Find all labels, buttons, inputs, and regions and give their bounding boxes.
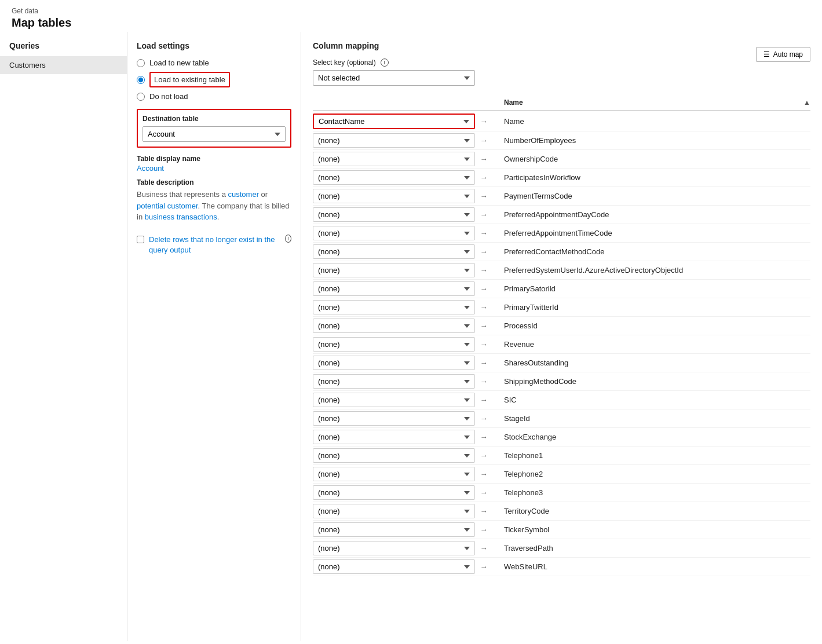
delete-rows-checkbox[interactable] — [137, 236, 144, 243]
mapping-col-arrow: → — [475, 136, 492, 145]
table-row: (none) → WebSiteURL — [313, 558, 810, 576]
auto-map-icon: ☰ — [763, 50, 770, 58]
mapping-col-source: (none) — [313, 504, 475, 518]
mapping-col-source: (none) — [313, 467, 475, 481]
mapping-col-target: StageId — [492, 414, 810, 423]
radio-load-new-input[interactable] — [137, 59, 145, 67]
table-row: (none) → PrimarySatorild — [313, 280, 810, 298]
table-row: (none) → PreferredAppointmentDayCode — [313, 206, 810, 224]
mapping-col-source: (none) — [313, 374, 475, 389]
mapping-col-source: (none) — [313, 411, 475, 426]
select-key-dropdown[interactable]: Not selected — [313, 70, 475, 86]
page-title: Map tables — [12, 16, 810, 30]
mapping-col-source: (none) — [313, 244, 475, 259]
auto-map-label: Auto map — [773, 50, 803, 58]
mapping-col-source: (none) — [313, 189, 475, 203]
source-select-5[interactable]: (none) — [313, 207, 475, 222]
mapping-col-target: Telephone1 — [492, 451, 810, 460]
table-row: (none) → TerritoryCode — [313, 502, 810, 521]
mapping-col-source: (none) — [313, 170, 475, 185]
mapping-col-target: ShippingMethodCode — [492, 377, 810, 386]
source-select-7[interactable]: (none) — [313, 244, 475, 259]
mapping-col-arrow: → — [475, 544, 492, 552]
mapping-col-target: NumberOfEmployees — [492, 136, 810, 145]
source-select-19[interactable]: (none) — [313, 467, 475, 481]
mapping-col-arrow: → — [475, 117, 492, 126]
source-select-9[interactable]: (none) — [313, 281, 475, 296]
mapping-col-source: (none) — [313, 541, 475, 555]
mapping-col-source: (none) — [313, 300, 475, 314]
mapping-col-arrow: → — [475, 525, 492, 534]
mapping-col-source: (none) — [313, 152, 475, 166]
mapping-col-arrow: → — [475, 507, 492, 515]
source-select-12[interactable]: (none) — [313, 337, 475, 352]
table-display-name-value: Account — [137, 164, 291, 173]
source-select-24[interactable]: (none) — [313, 559, 475, 574]
mapping-col-arrow: → — [475, 303, 492, 312]
sort-icon[interactable]: ▲ — [803, 98, 810, 107]
radio-load-new[interactable]: Load to new table — [137, 58, 291, 67]
description-highlight-2: potential customer — [137, 202, 198, 210]
table-display-name-section: Table display name Account — [137, 155, 291, 173]
table-row: (none) → TraversedPath — [313, 539, 810, 558]
auto-map-button[interactable]: ☰ Auto map — [756, 47, 810, 62]
mapping-col-target: PreferredSystemUserId.AzureActiveDirecto… — [492, 266, 810, 275]
mapping-col-target: PaymentTermsCode — [492, 192, 810, 200]
mapping-col-arrow: → — [475, 173, 492, 182]
destination-table-select[interactable]: Account — [143, 126, 286, 142]
mapping-col-source: (none) — [313, 281, 475, 296]
source-select-23[interactable]: (none) — [313, 541, 475, 555]
mapping-col-target: SIC — [492, 396, 810, 404]
mapping-col-target: Telephone2 — [492, 470, 810, 478]
source-select-8[interactable]: (none) — [313, 263, 475, 277]
table-row: (none) → SharesOutstanding — [313, 354, 810, 372]
table-display-name-label: Table display name — [137, 155, 291, 163]
source-select-11[interactable]: (none) — [313, 319, 475, 333]
source-select-16[interactable]: (none) — [313, 411, 475, 426]
source-select-1[interactable]: (none) — [313, 133, 475, 148]
mapping-col-arrow: → — [475, 470, 492, 478]
source-select-21[interactable]: (none) — [313, 504, 475, 518]
radio-load-existing-input[interactable] — [137, 76, 145, 84]
source-select-17[interactable]: (none) — [313, 430, 475, 444]
source-select-6[interactable]: (none) — [313, 226, 475, 240]
select-key-info-icon[interactable]: i — [381, 58, 389, 67]
mapping-col-arrow: → — [475, 321, 492, 330]
table-row: (none) → StageId — [313, 409, 810, 428]
radio-do-not-load[interactable]: Do not load — [137, 92, 291, 101]
table-row: ContactName → Name — [313, 112, 810, 131]
source-select-13[interactable]: (none) — [313, 356, 475, 370]
page-header: Get data Map tables — [0, 0, 822, 32]
mapping-col-target: TickerSymbol — [492, 525, 810, 534]
mapping-col-target: WebSiteURL — [492, 562, 810, 571]
mapping-col-source: (none) — [313, 263, 475, 277]
source-select-22[interactable]: (none) — [313, 522, 475, 537]
source-select-14[interactable]: (none) — [313, 374, 475, 389]
table-row: (none) → Telephone1 — [313, 447, 810, 465]
source-select-15[interactable]: (none) — [313, 393, 475, 407]
delete-rows-label: Delete rows that no longer exist in the … — [149, 235, 278, 255]
radio-do-not-load-input[interactable] — [137, 93, 145, 101]
select-key-label: Select key (optional) i — [313, 58, 810, 67]
source-select-3[interactable]: (none) — [313, 170, 475, 185]
table-row: (none) → Telephone3 — [313, 484, 810, 502]
source-select-2[interactable]: (none) — [313, 152, 475, 166]
source-select-20[interactable]: (none) — [313, 485, 475, 500]
source-select-0[interactable]: ContactName — [313, 114, 475, 129]
table-row: (none) → OwnershipCode — [313, 150, 810, 169]
table-row: (none) → PrimaryTwitterId — [313, 298, 810, 317]
source-select-18[interactable]: (none) — [313, 448, 475, 463]
table-row: (none) → PreferredAppointmentTimeCode — [313, 224, 810, 243]
select-key-section: Select key (optional) i Not selected ☰ A… — [313, 58, 810, 86]
source-select-4[interactable]: (none) — [313, 189, 475, 203]
table-row: (none) → NumberOfEmployees — [313, 131, 810, 150]
radio-load-existing[interactable]: Load to existing table — [137, 72, 291, 87]
mapping-col-target: PreferredContactMethodCode — [492, 247, 810, 256]
source-select-10[interactable]: (none) — [313, 300, 475, 314]
mapping-col-target: StockExchange — [492, 433, 810, 441]
queries-item-customers[interactable]: Customers — [0, 56, 127, 74]
table-description-label: Table description — [137, 178, 291, 186]
mapping-col-source: (none) — [313, 356, 475, 370]
delete-rows-info-icon[interactable]: i — [285, 235, 291, 243]
mapping-col-source: (none) — [313, 337, 475, 352]
